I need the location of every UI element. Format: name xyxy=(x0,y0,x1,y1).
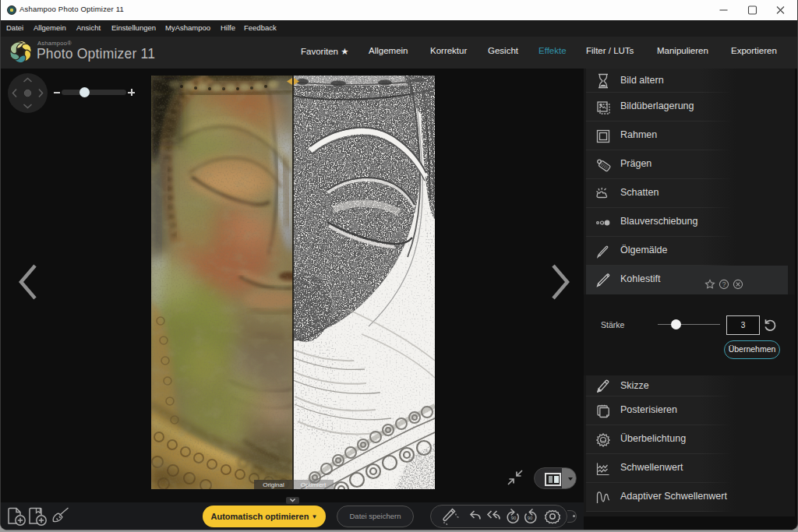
svg-text:?: ? xyxy=(722,280,726,288)
svg-text:Original: Original xyxy=(263,481,284,488)
svg-text:90: 90 xyxy=(511,516,517,520)
svg-text:Optimiert: Optimiert xyxy=(301,481,327,488)
svg-text:90: 90 xyxy=(528,516,533,520)
